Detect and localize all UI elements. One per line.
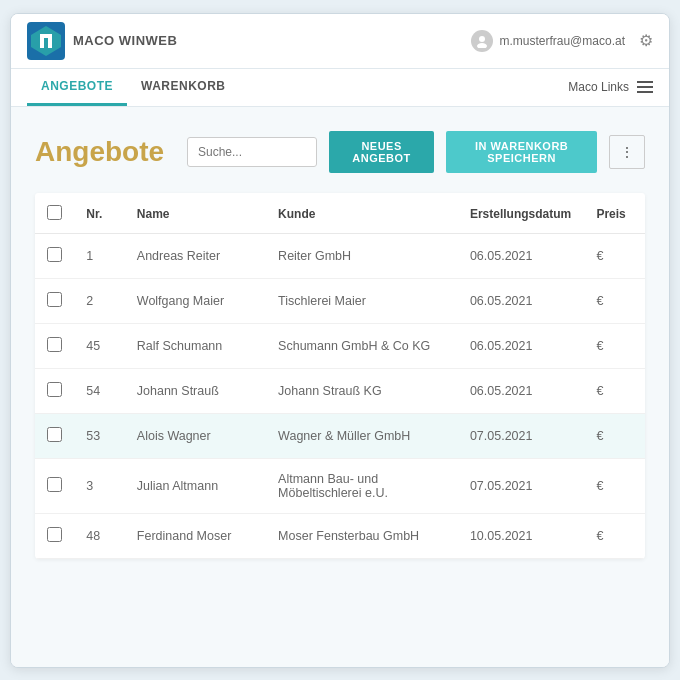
row-date: 10.05.2021 <box>458 513 585 558</box>
more-options-button[interactable]: ⋮ <box>609 135 645 169</box>
table-row[interactable]: 45 Ralf Schumann Schumann GmbH & Co KG 0… <box>35 323 645 368</box>
row-nr: 53 <box>74 413 124 458</box>
row-nr: 45 <box>74 323 124 368</box>
row-kunde: Wagner & Müller GmbH <box>266 413 458 458</box>
hamburger-menu-icon[interactable] <box>637 81 653 93</box>
row-kunde: Schumann GmbH & Co KG <box>266 323 458 368</box>
svg-point-5 <box>479 36 485 42</box>
row-name: Ralf Schumann <box>125 323 266 368</box>
row-date: 07.05.2021 <box>458 458 585 513</box>
row-price: € <box>584 458 645 513</box>
table-body: 1 Andreas Reiter Reiter GmbH 06.05.2021 … <box>35 233 645 558</box>
row-checkbox[interactable] <box>47 292 62 307</box>
row-price: € <box>584 323 645 368</box>
maco-links-label: Maco Links <box>568 80 629 94</box>
topbar: MACO WINWEB m.musterfrau@maco.at ⚙ <box>11 14 669 69</box>
row-price: € <box>584 513 645 558</box>
row-checkbox[interactable] <box>47 477 62 492</box>
app-window: MACO WINWEB m.musterfrau@maco.at ⚙ ANGEB… <box>10 13 670 668</box>
row-checkbox-cell[interactable] <box>35 458 74 513</box>
offers-table: Nr. Name Kunde Erstellungsdatum Preis 1 … <box>35 193 645 559</box>
table-row[interactable]: 1 Andreas Reiter Reiter GmbH 06.05.2021 … <box>35 233 645 278</box>
user-email: m.musterfrau@maco.at <box>499 34 625 48</box>
row-price: € <box>584 368 645 413</box>
row-checkbox-cell[interactable] <box>35 323 74 368</box>
col-header-checkbox <box>35 193 74 234</box>
main-content: Angebote NEUES ANGEBOT IN WARENKORB SPEI… <box>11 107 669 667</box>
row-checkbox[interactable] <box>47 382 62 397</box>
row-checkbox-cell[interactable] <box>35 413 74 458</box>
row-date: 07.05.2021 <box>458 413 585 458</box>
row-date: 06.05.2021 <box>458 233 585 278</box>
row-name: Ferdinand Moser <box>125 513 266 558</box>
row-nr: 1 <box>74 233 124 278</box>
row-name: Wolfgang Maier <box>125 278 266 323</box>
row-checkbox-cell[interactable] <box>35 368 74 413</box>
user-avatar-icon <box>471 30 493 52</box>
svg-point-6 <box>477 43 487 48</box>
select-all-checkbox[interactable] <box>47 205 62 220</box>
topbar-right: m.musterfrau@maco.at ⚙ <box>471 30 653 52</box>
table-row[interactable]: 2 Wolfgang Maier Tischlerei Maier 06.05.… <box>35 278 645 323</box>
nav-right: Maco Links <box>568 80 653 94</box>
row-nr: 48 <box>74 513 124 558</box>
user-info: m.musterfrau@maco.at <box>471 30 625 52</box>
col-header-name: Name <box>125 193 266 234</box>
nav-item-angebote[interactable]: ANGEBOTE <box>27 69 127 106</box>
logo-area: MACO WINWEB <box>27 22 177 60</box>
row-date: 06.05.2021 <box>458 368 585 413</box>
row-checkbox-cell[interactable] <box>35 278 74 323</box>
svg-rect-4 <box>40 34 52 38</box>
col-header-date: Erstellungsdatum <box>458 193 585 234</box>
row-date: 06.05.2021 <box>458 323 585 368</box>
offers-table-container: Nr. Name Kunde Erstellungsdatum Preis 1 … <box>35 193 645 559</box>
row-checkbox[interactable] <box>47 427 62 442</box>
search-input[interactable] <box>187 137 317 167</box>
table-row[interactable]: 54 Johann Strauß Johann Strauß KG 06.05.… <box>35 368 645 413</box>
table-row[interactable]: 3 Julian Altmann Altmann Bau- und Möbelt… <box>35 458 645 513</box>
row-checkbox-cell[interactable] <box>35 513 74 558</box>
row-name: Julian Altmann <box>125 458 266 513</box>
row-name: Alois Wagner <box>125 413 266 458</box>
row-nr: 3 <box>74 458 124 513</box>
row-kunde: Moser Fensterbau GmbH <box>266 513 458 558</box>
row-checkbox[interactable] <box>47 247 62 262</box>
row-kunde: Altmann Bau- und Möbeltischlerei e.U. <box>266 458 458 513</box>
row-name: Johann Strauß <box>125 368 266 413</box>
row-checkbox[interactable] <box>47 527 62 542</box>
table-scroll-area[interactable]: Nr. Name Kunde Erstellungsdatum Preis 1 … <box>35 193 645 559</box>
settings-icon[interactable]: ⚙ <box>639 31 653 50</box>
row-price: € <box>584 233 645 278</box>
table-header-row: Nr. Name Kunde Erstellungsdatum Preis <box>35 193 645 234</box>
row-kunde: Johann Strauß KG <box>266 368 458 413</box>
col-header-kunde: Kunde <box>266 193 458 234</box>
row-date: 06.05.2021 <box>458 278 585 323</box>
table-row[interactable]: 48 Ferdinand Moser Moser Fensterbau GmbH… <box>35 513 645 558</box>
row-checkbox[interactable] <box>47 337 62 352</box>
maco-logo-icon <box>27 22 65 60</box>
row-name: Andreas Reiter <box>125 233 266 278</box>
save-to-cart-button[interactable]: IN WARENKORB SPEICHERN <box>446 131 597 173</box>
page-title: Angebote <box>35 136 175 168</box>
nav-item-warenkorb[interactable]: WARENKORB <box>127 69 240 106</box>
app-title: MACO WINWEB <box>73 33 177 48</box>
table-row[interactable]: 53 Alois Wagner Wagner & Müller GmbH 07.… <box>35 413 645 458</box>
page-toolbar: Angebote NEUES ANGEBOT IN WARENKORB SPEI… <box>35 131 645 173</box>
row-price: € <box>584 278 645 323</box>
col-header-price: Preis <box>584 193 645 234</box>
row-nr: 2 <box>74 278 124 323</box>
row-kunde: Tischlerei Maier <box>266 278 458 323</box>
row-checkbox-cell[interactable] <box>35 233 74 278</box>
navbar: ANGEBOTE WARENKORB Maco Links <box>11 69 669 107</box>
new-offer-button[interactable]: NEUES ANGEBOT <box>329 131 434 173</box>
row-nr: 54 <box>74 368 124 413</box>
row-price: € <box>584 413 645 458</box>
col-header-nr: Nr. <box>74 193 124 234</box>
row-kunde: Reiter GmbH <box>266 233 458 278</box>
